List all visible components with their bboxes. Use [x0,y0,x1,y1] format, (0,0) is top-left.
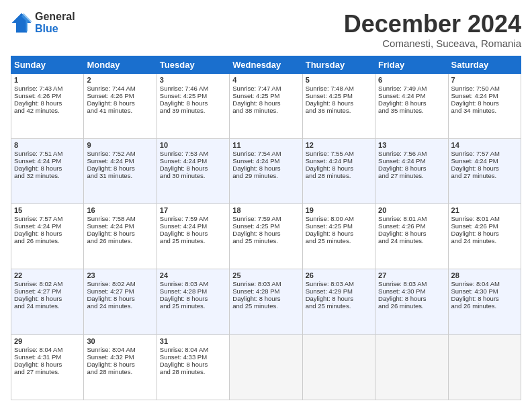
day-info: Daylight: 8 hours [306,295,372,302]
day-info: Sunset: 4:27 PM [14,287,81,295]
day-info: Sunrise: 7:58 AM [87,215,153,222]
day-info: Daylight: 8 hours [14,361,81,368]
day-info: Sunrise: 8:01 AM [451,215,518,222]
day-info: and 42 minutes. [14,107,81,114]
calendar-week-2: 8Sunrise: 7:51 AMSunset: 4:24 PMDaylight… [11,138,521,203]
calendar-cell: 15Sunrise: 7:57 AMSunset: 4:24 PMDayligh… [11,204,84,269]
day-info: Sunset: 4:25 PM [306,222,372,230]
day-info: and 26 minutes. [451,302,518,310]
calendar-cell: 13Sunrise: 7:56 AMSunset: 4:24 PMDayligh… [375,138,448,203]
day-info: Sunrise: 7:54 AM [232,150,299,157]
day-info: Sunset: 4:29 PM [306,287,372,295]
day-number: 3 [160,76,226,84]
calendar-cell: 6Sunrise: 7:49 AMSunset: 4:24 PMDaylight… [375,73,448,138]
day-info: and 24 minutes. [451,237,518,244]
day-info: Sunrise: 8:04 AM [14,346,81,353]
calendar-cell: 31Sunrise: 8:04 AMSunset: 4:33 PMDayligh… [157,334,229,400]
logo-icon [11,12,32,34]
day-info: Daylight: 8 hours [160,165,226,172]
day-info: Sunset: 4:28 PM [232,287,299,295]
logo-blue: Blue [35,23,75,35]
day-info: Sunrise: 7:59 AM [160,215,226,222]
day-info: Daylight: 8 hours [232,99,299,107]
day-info: Sunrise: 7:57 AM [14,215,81,222]
day-info: and 28 minutes. [87,368,153,375]
day-info: Daylight: 8 hours [87,361,153,368]
day-info: Sunset: 4:24 PM [451,92,518,99]
day-info: and 30 minutes. [160,172,226,179]
day-number: 9 [87,141,153,149]
day-info: and 29 minutes. [232,172,299,179]
logo-text: General Blue [35,11,75,34]
day-number: 28 [451,271,518,279]
day-info: Sunset: 4:32 PM [87,353,153,361]
day-number: 14 [451,141,518,149]
calendar-week-4: 22Sunrise: 8:02 AMSunset: 4:27 PMDayligh… [11,269,521,334]
day-info: Daylight: 8 hours [378,230,445,237]
calendar-cell: 21Sunrise: 8:01 AMSunset: 4:26 PMDayligh… [448,204,521,269]
day-info: and 25 minutes. [306,237,372,244]
day-info: Daylight: 8 hours [160,295,226,302]
day-info: Sunrise: 7:48 AM [306,85,372,92]
weekday-header-wednesday: Wednesday [230,56,302,73]
day-info: Daylight: 8 hours [160,361,226,368]
day-info: Sunrise: 8:00 AM [306,215,372,222]
day-info: Sunset: 4:24 PM [160,222,226,230]
day-info: Sunset: 4:27 PM [87,287,153,295]
calendar-cell: 7Sunrise: 7:50 AMSunset: 4:24 PMDaylight… [448,73,521,138]
day-number: 13 [378,141,445,149]
day-info: and 27 minutes. [14,368,81,375]
calendar-cell [302,334,375,400]
day-info: Sunrise: 8:03 AM [232,280,299,287]
day-info: Sunrise: 7:56 AM [378,150,445,157]
calendar-cell [375,334,448,400]
day-info: Sunrise: 7:50 AM [451,85,518,92]
calendar-cell: 12Sunrise: 7:55 AMSunset: 4:24 PMDayligh… [302,138,375,203]
day-info: Sunrise: 8:04 AM [451,280,518,287]
day-info: Sunset: 4:24 PM [160,157,226,165]
weekday-header-sunday: Sunday [11,56,84,73]
day-number: 24 [160,271,226,279]
day-info: and 35 minutes. [378,107,445,114]
day-info: Daylight: 8 hours [232,165,299,172]
day-info: Sunrise: 7:47 AM [232,85,299,92]
calendar-cell: 26Sunrise: 8:03 AMSunset: 4:29 PMDayligh… [302,269,375,334]
calendar-cell: 25Sunrise: 8:03 AMSunset: 4:28 PMDayligh… [230,269,302,334]
day-number: 2 [87,76,153,84]
calendar-cell: 5Sunrise: 7:48 AMSunset: 4:25 PMDaylight… [302,73,375,138]
day-info: and 32 minutes. [14,172,81,179]
header: General Blue December 2024 Comanesti, Su… [11,11,521,49]
day-info: and 25 minutes. [160,237,226,244]
day-number: 6 [378,76,445,84]
day-info: Daylight: 8 hours [451,165,518,172]
day-number: 25 [232,271,299,279]
day-info: Daylight: 8 hours [306,99,372,107]
svg-marker-0 [12,13,32,32]
day-info: and 24 minutes. [87,302,153,310]
day-number: 27 [378,271,445,279]
day-info: and 26 minutes. [14,237,81,244]
day-info: and 34 minutes. [451,107,518,114]
day-info: Sunset: 4:25 PM [306,92,372,99]
day-number: 8 [14,141,81,149]
weekday-header-friday: Friday [375,56,448,73]
day-info: Sunrise: 7:52 AM [87,150,153,157]
calendar: SundayMondayTuesdayWednesdayThursdayFrid… [11,56,521,400]
day-info: Daylight: 8 hours [451,99,518,107]
day-info: Daylight: 8 hours [160,230,226,237]
day-info: Sunset: 4:26 PM [378,222,445,230]
calendar-cell: 19Sunrise: 8:00 AMSunset: 4:25 PMDayligh… [302,204,375,269]
day-number: 20 [378,206,445,214]
day-number: 5 [306,76,372,84]
day-info: Sunrise: 7:44 AM [87,85,153,92]
day-info: Daylight: 8 hours [14,295,81,302]
calendar-cell: 10Sunrise: 7:53 AMSunset: 4:24 PMDayligh… [157,138,229,203]
logo-general: General [35,11,75,23]
day-info: Sunset: 4:28 PM [160,287,226,295]
calendar-cell: 1Sunrise: 7:43 AMSunset: 4:26 PMDaylight… [11,73,84,138]
day-number: 23 [87,271,153,279]
title-block: December 2024 Comanesti, Suceava, Romani… [344,11,521,49]
day-info: Sunset: 4:24 PM [232,157,299,165]
day-info: Sunrise: 7:51 AM [14,150,81,157]
day-info: and 26 minutes. [378,302,445,310]
